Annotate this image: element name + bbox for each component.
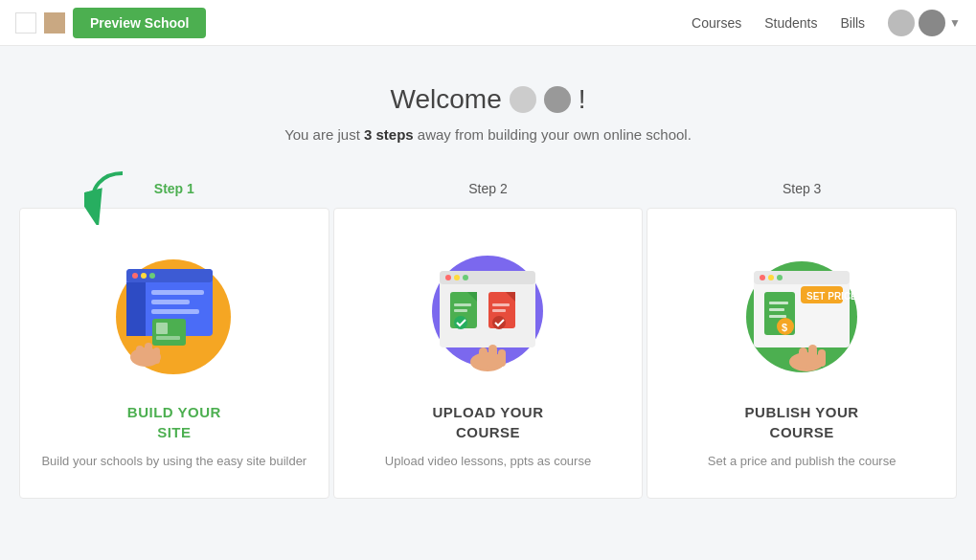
svg-rect-55 <box>818 349 826 367</box>
svg-rect-36 <box>488 345 497 368</box>
nav-bills[interactable]: Bills <box>840 15 865 31</box>
svg-rect-45 <box>769 302 788 304</box>
step-labels-row: Step 1 Step 2 Step 3 <box>19 173 957 208</box>
logo-white-square <box>15 12 36 34</box>
user-avatar-group[interactable]: ▼ <box>888 10 961 36</box>
svg-rect-12 <box>156 323 168 334</box>
welcome-avatar-light <box>510 86 536 113</box>
card-build-site: BUILD YOUR SITE Build your schools by us… <box>19 208 329 499</box>
svg-rect-47 <box>769 315 786 318</box>
welcome-line: Welcome ! <box>19 84 957 115</box>
svg-rect-31 <box>492 303 510 306</box>
step-1-label: Step 1 <box>19 173 329 208</box>
svg-point-5 <box>141 273 147 279</box>
welcome-subtitle: You are just 3 steps away from building … <box>19 126 957 143</box>
welcome-avatar-dark <box>544 86 571 113</box>
svg-rect-16 <box>145 343 152 364</box>
svg-rect-35 <box>479 347 488 369</box>
svg-rect-26 <box>454 303 471 306</box>
cards-row: BUILD YOUR SITE Build your schools by us… <box>19 208 957 499</box>
nav-students[interactable]: Students <box>764 15 817 31</box>
svg-rect-13 <box>156 336 180 340</box>
card-1-desc: Build your schools by using the easy sit… <box>41 452 306 471</box>
svg-point-43 <box>777 275 783 280</box>
svg-rect-54 <box>808 345 817 368</box>
steps-section: Step 1 Step 2 Step 3 <box>19 173 957 499</box>
svg-text:SET PRICE: SET PRICE <box>806 291 857 302</box>
svg-point-41 <box>760 275 765 280</box>
publish-course-svg: $ SET PRICE <box>728 242 876 381</box>
svg-rect-7 <box>126 282 146 336</box>
arrow-wrapper <box>84 169 134 228</box>
avatar-light <box>888 10 915 36</box>
svg-text:$: $ <box>782 322 787 333</box>
svg-point-42 <box>768 275 774 280</box>
svg-point-21 <box>445 275 451 280</box>
svg-rect-27 <box>454 309 467 312</box>
upload-course-svg <box>414 242 562 381</box>
card-3-desc: Set a price and publish the course <box>708 452 897 471</box>
svg-rect-46 <box>769 308 784 311</box>
publish-course-illustration: $ SET PRICE <box>725 239 878 383</box>
svg-rect-9 <box>151 300 190 304</box>
build-site-svg <box>100 242 248 381</box>
logo-tan-square <box>44 12 65 34</box>
preview-school-button[interactable]: Preview School <box>73 8 206 38</box>
svg-point-4 <box>132 273 138 279</box>
svg-point-22 <box>454 275 460 280</box>
svg-rect-10 <box>151 309 199 314</box>
svg-point-33 <box>492 316 506 329</box>
card-1-title: BUILD YOUR SITE <box>127 402 221 442</box>
svg-rect-32 <box>492 309 506 312</box>
nav-courses[interactable]: Courses <box>692 15 741 31</box>
welcome-exclamation: ! <box>579 84 586 115</box>
svg-rect-37 <box>498 349 506 367</box>
card-3-title: PUBLISH YOUR COURSE <box>745 402 859 442</box>
chevron-down-icon[interactable]: ▼ <box>949 16 961 30</box>
main-content: Welcome ! You are just 3 steps away from… <box>0 46 976 518</box>
svg-point-23 <box>463 275 468 280</box>
welcome-section: Welcome ! You are just 3 steps away from… <box>19 84 957 143</box>
header: Preview School Courses Students Bills ▼ <box>0 0 976 46</box>
card-2-desc: Upload video lessons, ppts as course <box>385 452 591 471</box>
svg-rect-8 <box>151 290 204 295</box>
step-2-label: Step 2 <box>333 173 644 208</box>
svg-rect-15 <box>136 346 144 365</box>
card-2-title: UPLOAD YOUR COURSE <box>432 402 543 442</box>
welcome-title: Welcome <box>391 84 502 115</box>
svg-rect-53 <box>799 347 807 369</box>
upload-course-illustration <box>411 239 564 383</box>
svg-point-6 <box>149 273 155 279</box>
svg-rect-3 <box>126 269 213 282</box>
card-upload-course: UPLOAD YOUR COURSE Upload video lessons,… <box>333 208 644 499</box>
card-publish-course: $ SET PRICE PUBLISH YOUR COURSE <box>647 208 957 499</box>
green-arrow-icon <box>84 169 134 225</box>
svg-point-28 <box>454 316 467 329</box>
main-nav: Courses Students Bills ▼ <box>692 10 961 36</box>
avatar-dark <box>919 10 945 36</box>
step-3-label: Step 3 <box>647 173 957 208</box>
steps-count: 3 steps <box>364 126 414 143</box>
build-site-illustration <box>98 239 251 383</box>
svg-rect-17 <box>153 347 160 364</box>
